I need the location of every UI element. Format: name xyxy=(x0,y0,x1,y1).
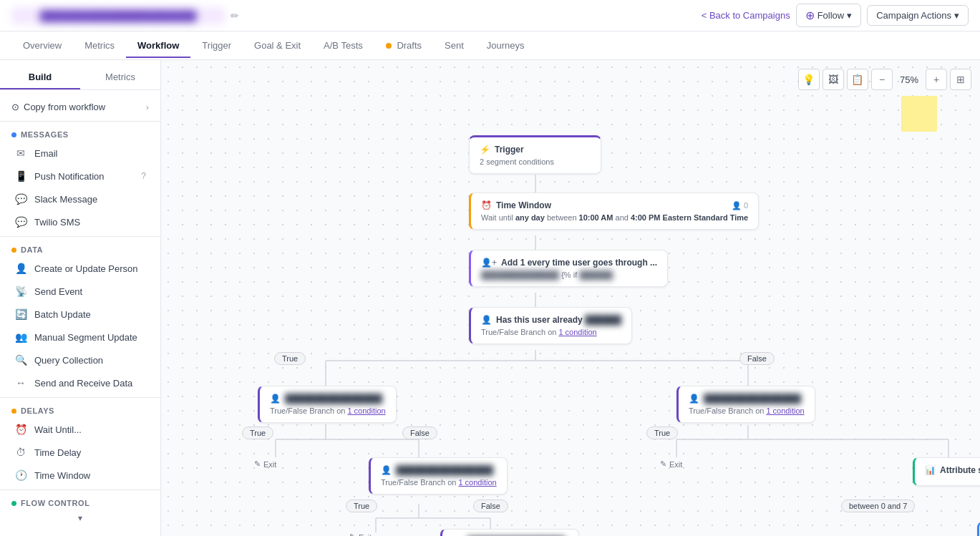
sidebar-item-query-label: Query Collection xyxy=(34,355,103,366)
section-messages-label: MESSAGES xyxy=(21,130,69,139)
notes-button[interactable]: 📋 xyxy=(847,69,868,90)
sidebar-item-send-event[interactable]: 📡 Send Event xyxy=(3,280,157,303)
branch-right-icon: 👤 xyxy=(689,394,699,404)
sidebar-item-slack[interactable]: 💬 Slack Message xyxy=(3,187,157,210)
trigger-desc: 2 segment conditions xyxy=(480,157,591,166)
tab-journeys[interactable]: Journeys xyxy=(475,34,536,58)
divider-2 xyxy=(0,236,160,237)
sidebar-item-email[interactable]: ✉ Email xyxy=(3,142,157,165)
workflow-canvas: ⚡ Trigger 2 segment conditions ⏰ Time Wi… xyxy=(161,60,980,536)
sticky-note[interactable] xyxy=(901,96,937,132)
query-icon: 🔍 xyxy=(14,354,27,366)
sidebar-item-batch-update[interactable]: 🔄 Batch Update xyxy=(3,303,157,326)
flow-control-expand[interactable]: ▾ xyxy=(0,510,160,526)
sidebar-item-query-collection[interactable]: 🔍 Query Collection xyxy=(3,349,157,371)
attr-split-node[interactable]: 📊 Attribute split on ████████ xyxy=(913,457,980,486)
delays-dot-icon xyxy=(11,409,16,414)
header-actions: < Back to Campaigns ⊕ Follow ▾ Campaign … xyxy=(702,4,969,27)
users-count: 0 xyxy=(744,201,748,210)
tab-workflow[interactable]: Workflow xyxy=(126,34,190,58)
section-data-label: DATA xyxy=(21,245,43,254)
branch-right-title: ████████████████ xyxy=(704,394,801,404)
branch-left-desc: True/False Branch on 1 condition xyxy=(270,406,386,415)
sidebar-item-wait-until[interactable]: ⏰ Wait Until... xyxy=(3,418,157,441)
segment-add-title: Add 1 every time user goes through ... xyxy=(501,258,657,268)
zoom-fit-button[interactable]: ⊞ xyxy=(950,69,971,90)
branch-left-node[interactable]: 👤 ████████████████ True/False Branch on … xyxy=(258,386,397,423)
tab-goal-exit[interactable]: Goal & Exit xyxy=(243,34,312,58)
canvas-area[interactable]: 💡 🖼 📋 − 75% + ⊞ xyxy=(161,60,980,536)
batch-icon: 🔄 xyxy=(14,308,27,320)
sidebar-item-push-notification[interactable]: 📱 Push Notification ? xyxy=(3,165,157,187)
copy-from-label: Copy from workflow xyxy=(24,102,105,112)
lightbulb-button[interactable]: 💡 xyxy=(798,69,820,90)
image-button[interactable]: 🖼 xyxy=(823,69,844,90)
divider-3 xyxy=(0,397,160,398)
section-delays: DELAYS xyxy=(0,401,160,418)
sidebar-item-sendreceive-label: Send and Receive Data xyxy=(34,378,132,389)
send-receive-icon: ↔ xyxy=(14,377,27,389)
follow-button[interactable]: ⊕ Follow ▾ xyxy=(796,4,862,27)
zoom-out-button[interactable]: − xyxy=(871,69,893,90)
tab-trigger[interactable]: Trigger xyxy=(190,34,243,58)
tab-metrics[interactable]: Metrics xyxy=(73,34,126,58)
segment-add-node[interactable]: 👤+ Add 1 every time user goes through ..… xyxy=(469,250,668,287)
sidebar-item-twilio-sms[interactable]: 💬 Twilio SMS xyxy=(3,210,157,233)
time-window-node[interactable]: ⏰ Time Window 👤 0 Wait until any day bet… xyxy=(469,193,759,230)
deep-branch-node[interactable]: 👤 ████████████████ True/False Branch on … xyxy=(440,529,579,536)
branch-right-node[interactable]: 👤 ████████████████ True/False Branch on … xyxy=(676,386,815,423)
has-user-title: Has this user already ██████ xyxy=(496,315,621,325)
campaign-title: ██████████████████████ ✏ xyxy=(11,7,239,24)
delay-icon: ⏱ xyxy=(14,447,27,458)
connector-lines xyxy=(161,60,980,536)
tab-overview[interactable]: Overview xyxy=(11,34,73,58)
sidebar: Build Metrics ⊙ Copy from workflow › MES… xyxy=(0,60,161,536)
divider-4 xyxy=(0,489,160,490)
exit-label-3: Exit xyxy=(359,533,372,537)
sidebar-item-time-delay[interactable]: ⏱ Time Delay xyxy=(3,441,157,464)
exit-right-true: ✎ Exit xyxy=(660,459,682,469)
tab-ab-tests[interactable]: A/B Tests xyxy=(312,34,374,58)
sidebar-tab-build[interactable]: Build xyxy=(0,66,80,89)
phase1-branch1-node[interactable]: ✉ Phase 1: Branch 1 ████████████████████ xyxy=(977,522,980,536)
branch-left-title: ████████████████ xyxy=(285,394,382,404)
copy-icon: ⊙ xyxy=(11,102,19,112)
sidebar-item-time-window[interactable]: 🕐 Time Window xyxy=(3,464,157,487)
sidebar-item-send-receive-data[interactable]: ↔ Send and Receive Data xyxy=(3,371,157,394)
follow-label: Follow xyxy=(818,10,845,21)
sidebar-item-batch-label: Batch Update xyxy=(34,309,91,320)
nested-branch-node[interactable]: 👤 ████████████████ True/False Branch on … xyxy=(369,457,508,494)
time-window-icon: 🕐 xyxy=(14,469,27,481)
campaign-actions-button[interactable]: Campaign Actions ▾ xyxy=(867,5,969,26)
sidebar-item-manual-segment[interactable]: 👥 Manual Segment Update xyxy=(3,326,157,349)
canvas-toolbar: 💡 🖼 📋 − 75% + ⊞ xyxy=(798,69,971,90)
copy-from-workflow[interactable]: ⊙ Copy from workflow › xyxy=(0,96,160,118)
zoom-in-button[interactable]: + xyxy=(926,69,947,90)
person-icon: 👤 xyxy=(14,263,27,274)
sidebar-item-create-update-person[interactable]: 👤 Create or Update Person xyxy=(3,257,157,280)
edit-icon[interactable]: ✏ xyxy=(231,10,239,21)
nested-branch-title: ████████████████ xyxy=(396,465,493,475)
segment-add-icon: 👤+ xyxy=(481,258,497,268)
trigger-lightning-icon: ⚡ xyxy=(480,145,490,155)
sidebar-tab-metrics[interactable]: Metrics xyxy=(80,66,160,89)
nested-false-badge: False xyxy=(473,500,508,512)
back-to-campaigns-link[interactable]: < Back to Campaigns xyxy=(702,10,790,21)
section-data: DATA xyxy=(0,240,160,257)
sidebar-tabs: Build Metrics xyxy=(0,66,160,90)
branch-right-desc: True/False Branch on 1 condition xyxy=(689,406,805,415)
nested-branch-icon: 👤 xyxy=(381,465,392,475)
exit-icon-1: ✎ xyxy=(254,459,261,469)
tab-drafts[interactable]: Drafts xyxy=(374,34,433,58)
tab-sent[interactable]: Sent xyxy=(433,34,475,58)
wait-icon: ⏰ xyxy=(14,424,27,435)
section-flow-control: FLOW CONTROL xyxy=(0,493,160,510)
push-help-icon[interactable]: ? xyxy=(141,171,146,181)
nested-true-badge: True xyxy=(346,500,377,512)
has-user-node[interactable]: 👤 Has this user already ██████ True/Fals… xyxy=(469,307,632,344)
branch-left-icon: 👤 xyxy=(270,394,281,404)
push-notification-icon: 📱 xyxy=(14,170,27,182)
time-window-clock-icon: ⏰ xyxy=(481,200,492,210)
campaign-title-text: ██████████████████████ xyxy=(11,7,225,24)
trigger-node[interactable]: ⚡ Trigger 2 segment conditions xyxy=(469,135,601,174)
